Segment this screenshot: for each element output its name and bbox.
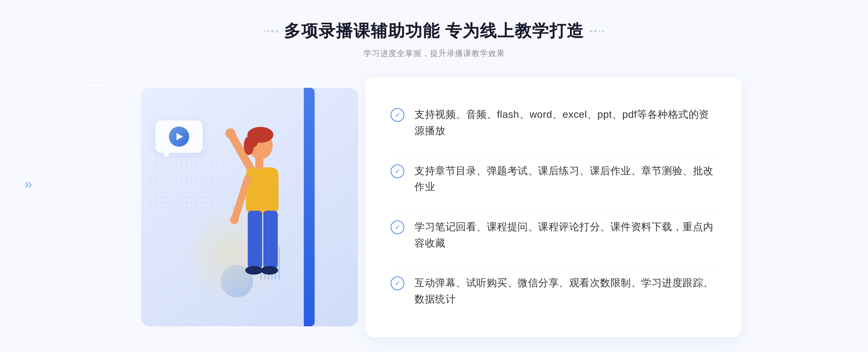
- dot: [276, 30, 278, 33]
- dots-left: [264, 30, 278, 33]
- feature-text-1: 支持视频、音频、flash、word、excel、ppt、pdf等各种格式的资源…: [414, 107, 716, 139]
- dot: [271, 30, 274, 33]
- check-circle-1: ✓: [391, 108, 404, 122]
- feature-item-3: ✓ 学习笔记回看、课程提问、课程评论打分、课件资料下载，重点内容收藏: [391, 211, 716, 259]
- bg-dots-left: [65, 72, 109, 116]
- feature-item-1: ✓ 支持视频、音频、flash、word、excel、ppt、pdf等各种格式的…: [391, 99, 716, 146]
- feature-text-4: 互动弹幕、试听购买、微信分享、观看次数限制、学习进度跟踪、数据统计: [414, 275, 716, 308]
- dot: [268, 30, 269, 32]
- dots-right: [590, 30, 604, 33]
- svg-point-11: [261, 266, 278, 275]
- illus-blue-bar: [304, 88, 315, 326]
- illustration-panel: »: [127, 77, 373, 337]
- dot: [594, 30, 597, 33]
- svg-point-10: [245, 266, 263, 275]
- feature-item-4: ✓ 互动弹幕、试听购买、微信分享、观看次数限制、学习进度跟踪、数据统计: [391, 267, 716, 315]
- svg-point-13: [244, 136, 254, 155]
- check-icon-3: ✓: [391, 220, 404, 234]
- page-title: 多项录播课辅助功能 专为线上教学打造: [284, 20, 584, 42]
- person-figure: [195, 124, 297, 315]
- feature-text-3: 学习笔记回看、课程提问、课程评论打分、课件资料下载，重点内容收藏: [414, 219, 716, 252]
- main-content: »: [127, 77, 741, 337]
- play-triangle-icon: [176, 133, 183, 140]
- page-subtitle: 学习进度全掌握，提升录播课教学效果: [264, 48, 604, 59]
- features-panel: ✓ 支持视频、音频、flash、word、excel、ppt、pdf等各种格式的…: [365, 77, 741, 337]
- svg-line-6: [235, 178, 248, 218]
- feature-item-2: ✓ 支持章节目录、弹题考试、课后练习、课后作业、章节测验、批改作业: [391, 155, 716, 203]
- chevron-left-decoration: »: [25, 177, 29, 191]
- check-circle-2: ✓: [391, 164, 404, 178]
- svg-rect-5: [246, 167, 278, 214]
- title-row: 多项录播课辅助功能 专为线上教学打造: [264, 20, 604, 42]
- dot: [264, 30, 266, 32]
- bg-dots-right: [767, 65, 803, 101]
- page-container: » 多项录播课辅助功能 专为线上教学打造 学习进度全掌握，提升录播课教学效果: [0, 0, 868, 352]
- dot: [590, 30, 592, 33]
- dot: [602, 30, 604, 32]
- svg-point-4: [225, 128, 235, 138]
- svg-point-7: [230, 215, 239, 224]
- header: 多项录播课辅助功能 专为线上教学打造 学习进度全掌握，提升录播课教学效果: [264, 20, 604, 59]
- dot: [599, 30, 600, 32]
- feature-text-2: 支持章节目录、弹题考试、课后练习、课后作业、章节测验、批改作业: [414, 163, 716, 196]
- check-icon-2: ✓: [391, 164, 404, 178]
- svg-rect-8: [248, 211, 262, 269]
- check-icon-1: ✓: [391, 108, 404, 122]
- check-circle-4: ✓: [391, 276, 404, 290]
- check-circle-3: ✓: [391, 220, 404, 234]
- svg-rect-12: [255, 156, 263, 169]
- play-icon-circle: [169, 126, 189, 147]
- svg-rect-9: [263, 211, 278, 269]
- check-icon-4: ✓: [391, 276, 404, 290]
